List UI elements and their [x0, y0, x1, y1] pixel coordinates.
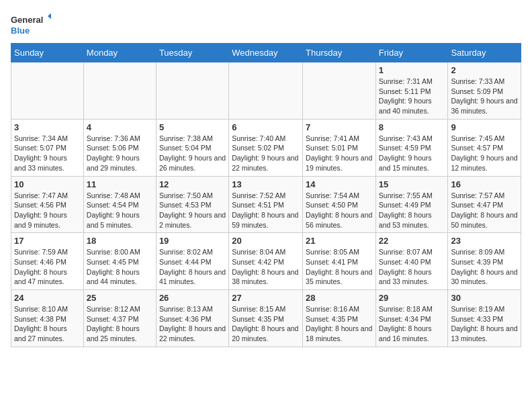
calendar-cell: 30Sunrise: 8:19 AMSunset: 4:33 PMDayligh… — [448, 290, 521, 347]
day-number: 26 — [159, 293, 226, 303]
day-number: 30 — [451, 293, 518, 303]
day-number: 27 — [232, 293, 300, 303]
calendar-cell: 28Sunrise: 8:16 AMSunset: 4:35 PMDayligh… — [303, 290, 376, 347]
weekday-header-thursday: Thursday — [303, 44, 376, 62]
calendar-cell — [11, 62, 84, 120]
day-number: 10 — [14, 179, 81, 189]
day-detail: Sunrise: 7:31 AMSunset: 5:11 PMDaylight:… — [379, 77, 445, 116]
day-detail: Sunrise: 7:43 AMSunset: 4:59 PMDaylight:… — [379, 134, 445, 173]
calendar-cell: 4Sunrise: 7:36 AMSunset: 5:06 PMDaylight… — [83, 119, 156, 176]
calendar-cell: 6Sunrise: 7:40 AMSunset: 5:02 PMDaylight… — [229, 119, 303, 176]
day-detail: Sunrise: 8:15 AMSunset: 4:35 PMDaylight:… — [232, 304, 300, 344]
day-detail: Sunrise: 8:09 AMSunset: 4:39 PMDaylight:… — [451, 247, 518, 287]
day-number: 4 — [87, 122, 153, 132]
header: General Blue — [11, 11, 521, 38]
day-number: 16 — [451, 179, 518, 189]
day-detail: Sunrise: 7:47 AMSunset: 4:56 PMDaylight:… — [14, 191, 81, 230]
logo: General Blue — [11, 11, 51, 38]
day-detail: Sunrise: 8:18 AMSunset: 4:34 PMDaylight:… — [379, 304, 445, 344]
day-detail: Sunrise: 7:50 AMSunset: 4:53 PMDaylight:… — [159, 191, 226, 230]
calendar-cell: 12Sunrise: 7:50 AMSunset: 4:53 PMDayligh… — [156, 176, 228, 233]
day-number: 17 — [14, 236, 81, 246]
day-detail: Sunrise: 8:16 AMSunset: 4:35 PMDaylight:… — [306, 304, 373, 344]
calendar-cell — [229, 62, 303, 120]
day-detail: Sunrise: 7:36 AMSunset: 5:06 PMDaylight:… — [87, 134, 153, 173]
day-number: 7 — [306, 122, 373, 132]
day-number: 29 — [379, 293, 445, 303]
day-number: 2 — [451, 65, 518, 75]
calendar-cell: 21Sunrise: 8:05 AMSunset: 4:41 PMDayligh… — [303, 233, 376, 290]
day-detail: Sunrise: 7:48 AMSunset: 4:54 PMDaylight:… — [87, 191, 153, 230]
day-number: 18 — [87, 236, 153, 246]
svg-text:Blue: Blue — [11, 26, 30, 36]
calendar-cell: 2Sunrise: 7:33 AMSunset: 5:09 PMDaylight… — [448, 62, 521, 120]
calendar-cell: 26Sunrise: 8:13 AMSunset: 4:36 PMDayligh… — [156, 290, 228, 347]
day-number: 9 — [451, 122, 518, 132]
day-number: 24 — [14, 293, 81, 303]
calendar-cell: 20Sunrise: 8:04 AMSunset: 4:42 PMDayligh… — [229, 233, 303, 290]
day-number: 6 — [232, 122, 300, 132]
weekday-header-saturday: Saturday — [448, 44, 521, 62]
calendar-week-row: 17Sunrise: 7:59 AMSunset: 4:46 PMDayligh… — [11, 233, 521, 290]
day-detail: Sunrise: 7:59 AMSunset: 4:46 PMDaylight:… — [14, 247, 81, 287]
day-detail: Sunrise: 8:19 AMSunset: 4:33 PMDaylight:… — [451, 304, 518, 344]
calendar-cell: 25Sunrise: 8:12 AMSunset: 4:37 PMDayligh… — [83, 290, 156, 347]
calendar-cell: 15Sunrise: 7:55 AMSunset: 4:49 PMDayligh… — [375, 176, 448, 233]
day-detail: Sunrise: 7:40 AMSunset: 5:02 PMDaylight:… — [232, 134, 300, 173]
day-detail: Sunrise: 7:57 AMSunset: 4:47 PMDaylight:… — [451, 191, 518, 230]
day-number: 28 — [306, 293, 373, 303]
calendar-cell: 11Sunrise: 7:48 AMSunset: 4:54 PMDayligh… — [83, 176, 156, 233]
day-detail: Sunrise: 7:55 AMSunset: 4:49 PMDaylight:… — [379, 191, 445, 230]
calendar-cell: 16Sunrise: 7:57 AMSunset: 4:47 PMDayligh… — [448, 176, 521, 233]
day-number: 1 — [379, 65, 445, 75]
day-detail: Sunrise: 7:38 AMSunset: 5:04 PMDaylight:… — [159, 134, 226, 173]
day-detail: Sunrise: 7:33 AMSunset: 5:09 PMDaylight:… — [451, 77, 518, 116]
day-number: 8 — [379, 122, 445, 132]
day-detail: Sunrise: 7:41 AMSunset: 5:01 PMDaylight:… — [306, 134, 373, 173]
weekday-header-wednesday: Wednesday — [229, 44, 303, 62]
day-detail: Sunrise: 7:45 AMSunset: 4:57 PMDaylight:… — [451, 134, 518, 173]
calendar-cell: 18Sunrise: 8:00 AMSunset: 4:45 PMDayligh… — [83, 233, 156, 290]
weekday-header-tuesday: Tuesday — [156, 44, 228, 62]
day-detail: Sunrise: 7:54 AMSunset: 4:50 PMDaylight:… — [306, 191, 373, 230]
day-number: 12 — [159, 179, 226, 189]
weekday-header-monday: Monday — [83, 44, 156, 62]
calendar-cell: 14Sunrise: 7:54 AMSunset: 4:50 PMDayligh… — [303, 176, 376, 233]
calendar-cell: 8Sunrise: 7:43 AMSunset: 4:59 PMDaylight… — [375, 119, 448, 176]
calendar-cell — [83, 62, 156, 120]
calendar-cell: 5Sunrise: 7:38 AMSunset: 5:04 PMDaylight… — [156, 119, 228, 176]
day-detail: Sunrise: 7:52 AMSunset: 4:51 PMDaylight:… — [232, 191, 300, 230]
weekday-header-row: SundayMondayTuesdayWednesdayThursdayFrid… — [11, 44, 521, 62]
day-detail: Sunrise: 7:34 AMSunset: 5:07 PMDaylight:… — [14, 134, 81, 173]
day-number: 15 — [379, 179, 445, 189]
calendar-week-row: 3Sunrise: 7:34 AMSunset: 5:07 PMDaylight… — [11, 119, 521, 176]
svg-text:General: General — [11, 15, 43, 25]
calendar-cell: 13Sunrise: 7:52 AMSunset: 4:51 PMDayligh… — [229, 176, 303, 233]
day-detail: Sunrise: 8:12 AMSunset: 4:37 PMDaylight:… — [87, 304, 153, 344]
calendar-cell: 17Sunrise: 7:59 AMSunset: 4:46 PMDayligh… — [11, 233, 84, 290]
logo-svg: General Blue — [11, 11, 51, 38]
day-detail: Sunrise: 8:02 AMSunset: 4:44 PMDaylight:… — [159, 247, 226, 287]
day-detail: Sunrise: 8:07 AMSunset: 4:40 PMDaylight:… — [379, 247, 445, 287]
calendar-cell: 3Sunrise: 7:34 AMSunset: 5:07 PMDaylight… — [11, 119, 84, 176]
calendar-cell: 24Sunrise: 8:10 AMSunset: 4:38 PMDayligh… — [11, 290, 84, 347]
calendar-cell: 10Sunrise: 7:47 AMSunset: 4:56 PMDayligh… — [11, 176, 84, 233]
day-detail: Sunrise: 8:05 AMSunset: 4:41 PMDaylight:… — [306, 247, 373, 287]
calendar-cell — [156, 62, 228, 120]
calendar-cell: 23Sunrise: 8:09 AMSunset: 4:39 PMDayligh… — [448, 233, 521, 290]
day-number: 22 — [379, 236, 445, 246]
calendar-cell: 29Sunrise: 8:18 AMSunset: 4:34 PMDayligh… — [375, 290, 448, 347]
day-number: 21 — [306, 236, 373, 246]
calendar-cell: 22Sunrise: 8:07 AMSunset: 4:40 PMDayligh… — [375, 233, 448, 290]
day-detail: Sunrise: 8:00 AMSunset: 4:45 PMDaylight:… — [87, 247, 153, 287]
svg-marker-2 — [48, 12, 51, 20]
calendar-table: SundayMondayTuesdayWednesdayThursdayFrid… — [11, 43, 521, 347]
day-number: 20 — [232, 236, 300, 246]
calendar-cell: 9Sunrise: 7:45 AMSunset: 4:57 PMDaylight… — [448, 119, 521, 176]
calendar-cell: 1Sunrise: 7:31 AMSunset: 5:11 PMDaylight… — [375, 62, 448, 120]
day-detail: Sunrise: 8:04 AMSunset: 4:42 PMDaylight:… — [232, 247, 300, 287]
calendar-cell — [303, 62, 376, 120]
day-number: 5 — [159, 122, 226, 132]
day-number: 19 — [159, 236, 226, 246]
calendar-cell: 27Sunrise: 8:15 AMSunset: 4:35 PMDayligh… — [229, 290, 303, 347]
